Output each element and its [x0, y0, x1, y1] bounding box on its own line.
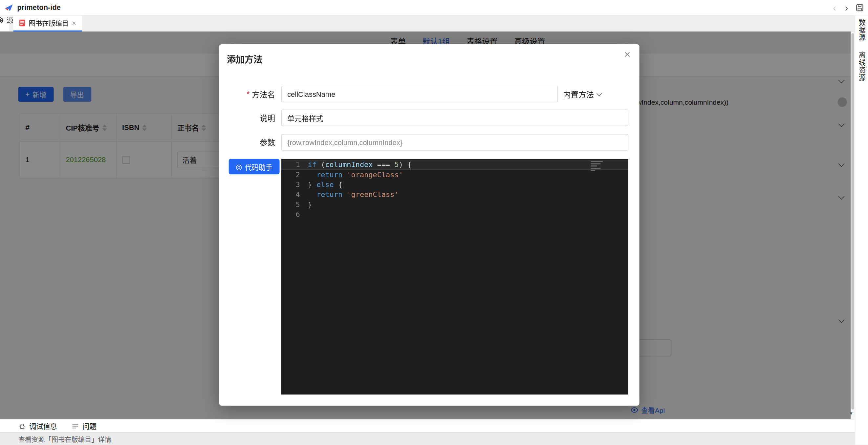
params-label: 参数 [219, 136, 275, 148]
dialog-title: 添加方法 [227, 52, 262, 65]
add-method-dialog: 添加方法 × * 方法名 内置方法 说明 参数 ◎ 代码助手 1if [219, 44, 640, 406]
problems-item[interactable]: 问题 [71, 421, 96, 431]
assistant-icon: ◎ [236, 163, 242, 170]
titlebar: primeton-ide ‹ › [0, 0, 868, 15]
tab-book-cip[interactable]: 图书在版编目 × [13, 15, 82, 32]
code-editor[interactable]: 1if (columnIndex === 5) {2 return 'orang… [281, 159, 628, 394]
required-asterisk: * [247, 90, 249, 98]
tab-label: 图书在版编目 [29, 19, 69, 28]
app-title: primeton-ide [17, 3, 61, 11]
rail-item-offline-resource[interactable]: 离线资源 [857, 51, 867, 81]
footer-text: 查看资源「图书在版编目」详情 [19, 434, 111, 444]
resource-rail[interactable]: 资源 [0, 15, 10, 31]
description-row: 说明 [219, 109, 628, 126]
params-input[interactable] [281, 134, 628, 151]
builtin-method-dropdown[interactable]: 内置方法 [563, 89, 601, 100]
tabstrip: 资源 图书在版编目 × [0, 15, 855, 32]
method-name-label: * 方法名 [219, 89, 275, 100]
editor-minimap[interactable] [591, 161, 603, 171]
problems-icon [71, 422, 80, 430]
code-line[interactable]: 6 [281, 210, 628, 220]
nav-forward-icon[interactable]: › [844, 3, 849, 12]
params-row: 参数 [219, 134, 628, 151]
footer-info-bar: 查看资源「图书在版编目」详情 [0, 432, 855, 445]
code-lines: 1if (columnIndex === 5) {2 return 'orang… [281, 160, 628, 220]
method-name-input[interactable] [281, 86, 558, 102]
description-label: 说明 [219, 112, 275, 123]
scroll-down-icon[interactable]: ▾ [849, 411, 852, 416]
nav-back-icon[interactable]: ‹ [832, 3, 837, 12]
code-line[interactable]: 1if (columnIndex === 5) { [281, 160, 628, 170]
app-window: primeton-ide ‹ › 资源 图书在版编目 × [0, 0, 868, 445]
code-line[interactable]: 3} else { [281, 180, 628, 190]
statusbar: 调试信息 问题 [0, 419, 855, 432]
debug-info-item[interactable]: 调试信息 [19, 421, 57, 431]
chevron-down-icon [596, 91, 602, 96]
code-line[interactable]: 4 return 'greenClass' [281, 190, 628, 199]
app-logo-icon [4, 3, 13, 12]
dialog-close-icon[interactable]: × [624, 49, 631, 60]
vertical-scrollbar[interactable] [851, 32, 855, 419]
titlebar-actions: ‹ › [832, 0, 864, 15]
scrollbar-thumb[interactable] [851, 33, 854, 410]
right-rail: 数据源 离线资源 [855, 15, 868, 445]
tab-close-icon[interactable]: × [72, 19, 76, 27]
code-assistant-button[interactable]: ◎ 代码助手 [228, 159, 279, 174]
debug-icon [19, 422, 26, 430]
document-icon [19, 19, 25, 27]
code-line[interactable]: 5} [281, 200, 628, 210]
save-icon[interactable] [856, 4, 864, 12]
description-input[interactable] [281, 109, 628, 126]
resource-rail-label: 资源 [0, 17, 14, 31]
code-line[interactable]: 2 return 'orangeClass' [281, 170, 628, 180]
method-name-row: * 方法名 内置方法 [219, 86, 628, 102]
rail-item-datasource[interactable]: 数据源 [857, 19, 867, 41]
